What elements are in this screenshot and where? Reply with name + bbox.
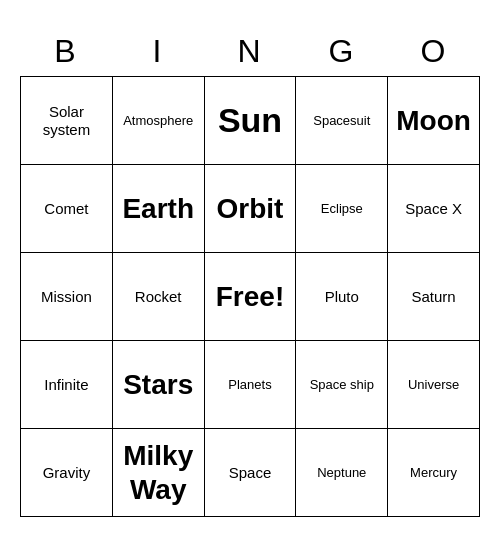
cell-text: Comet [44,200,88,218]
cell-text: Saturn [411,288,455,306]
header-letter: G [296,27,388,76]
bingo-cell: Infinite [21,341,113,429]
bingo-cell: Universe [388,341,480,429]
bingo-grid: Solar systemAtmosphereSunSpacesuitMoonCo… [20,76,480,517]
cell-text: Moon [396,104,471,138]
cell-text: Free! [216,280,284,314]
bingo-cell: Solar system [21,77,113,165]
cell-text: Space ship [310,377,374,393]
cell-text: Planets [228,377,271,393]
bingo-cell: Mission [21,253,113,341]
header-letter: O [388,27,480,76]
bingo-header: BINGO [20,27,480,76]
bingo-cell: Planets [205,341,297,429]
bingo-cell: Space X [388,165,480,253]
bingo-cell: Space ship [296,341,388,429]
cell-text: Earth [122,192,194,226]
bingo-cell: Mercury [388,429,480,517]
cell-text: Sun [218,100,282,141]
cell-text: Rocket [135,288,182,306]
cell-text: Mission [41,288,92,306]
cell-text: Gravity [43,464,91,482]
bingo-cell: Comet [21,165,113,253]
cell-text: Space [229,464,272,482]
bingo-cell: Pluto [296,253,388,341]
cell-text: Neptune [317,465,366,481]
header-letter: N [204,27,296,76]
cell-text: Atmosphere [123,113,193,129]
cell-text: Solar system [25,103,108,139]
bingo-cell: Eclipse [296,165,388,253]
header-letter: B [20,27,112,76]
bingo-cell: Milky Way [113,429,205,517]
cell-text: Space X [405,200,462,218]
header-letter: I [112,27,204,76]
bingo-cell: Moon [388,77,480,165]
cell-text: Universe [408,377,459,393]
bingo-cell: Spacesuit [296,77,388,165]
cell-text: Spacesuit [313,113,370,129]
cell-text: Infinite [44,376,88,394]
bingo-card: BINGO Solar systemAtmosphereSunSpacesuit… [20,27,480,517]
bingo-cell: Saturn [388,253,480,341]
bingo-cell: Stars [113,341,205,429]
cell-text: Stars [123,368,193,402]
bingo-cell: Earth [113,165,205,253]
bingo-cell: Space [205,429,297,517]
bingo-cell: Orbit [205,165,297,253]
cell-text: Milky Way [117,439,200,506]
cell-text: Eclipse [321,201,363,217]
bingo-cell: Free! [205,253,297,341]
bingo-cell: Sun [205,77,297,165]
cell-text: Mercury [410,465,457,481]
bingo-cell: Atmosphere [113,77,205,165]
cell-text: Pluto [325,288,359,306]
bingo-cell: Neptune [296,429,388,517]
cell-text: Orbit [217,192,284,226]
bingo-cell: Gravity [21,429,113,517]
bingo-cell: Rocket [113,253,205,341]
